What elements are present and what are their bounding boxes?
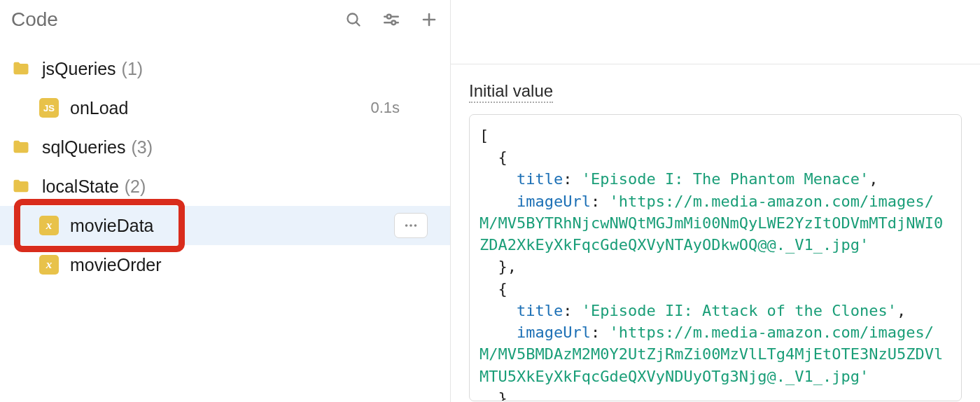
folder-count: (1): [122, 59, 144, 79]
folder-icon: [11, 59, 31, 78]
svg-point-4: [387, 15, 391, 19]
more-actions-button[interactable]: [394, 213, 428, 238]
sidebar-actions: [344, 10, 439, 29]
main-panel: Initial value [ { title: 'Episode I: The…: [451, 0, 980, 402]
sidebar-title: Code: [11, 8, 58, 31]
js-icon: JS: [39, 98, 59, 118]
code-tree: jsQueries (1) JS onLoad 0.1s sqlQueries …: [0, 39, 450, 284]
initial-value-label: Initial value: [469, 81, 553, 103]
item-label: movieData: [70, 216, 154, 236]
svg-line-1: [356, 22, 359, 25]
folder-jsqueries[interactable]: jsQueries (1): [0, 49, 450, 88]
folder-count: (3): [132, 137, 153, 158]
variable-icon: x: [39, 216, 59, 235]
svg-point-8: [405, 224, 408, 227]
sidebar-header: Code: [0, 0, 450, 39]
svg-point-10: [414, 224, 417, 227]
svg-point-5: [391, 21, 396, 25]
item-onload[interactable]: JS onLoad 0.1s: [0, 88, 450, 127]
search-icon[interactable]: [344, 10, 363, 29]
item-label: onLoad: [70, 98, 128, 118]
folder-label: jsQueries: [42, 59, 116, 79]
folder-label: sqlQueries: [42, 137, 126, 158]
item-time: 0.1s: [370, 99, 400, 117]
folder-icon: [11, 137, 31, 157]
initial-value-editor[interactable]: [ { title: 'Episode I: The Phantom Menac…: [469, 114, 962, 401]
item-label: movieOrder: [70, 255, 162, 275]
item-movieorder[interactable]: x movieOrder: [0, 245, 450, 284]
variable-icon: x: [39, 255, 59, 275]
folder-label: localState: [42, 176, 119, 197]
folder-sqlqueries[interactable]: sqlQueries (3): [0, 127, 450, 167]
settings-sliders-icon[interactable]: [382, 10, 401, 29]
add-icon[interactable]: [419, 10, 439, 29]
main-topbar: [451, 0, 980, 64]
code-sidebar: Code jsQueries (1) JS onLoad: [0, 0, 451, 402]
folder-localstate[interactable]: localState (2): [0, 167, 450, 206]
svg-point-9: [410, 224, 412, 227]
item-moviedata[interactable]: x movieData: [0, 206, 450, 245]
folder-icon: [11, 176, 31, 196]
folder-count: (2): [125, 176, 146, 197]
main-content: Initial value [ { title: 'Episode I: The…: [451, 64, 980, 401]
